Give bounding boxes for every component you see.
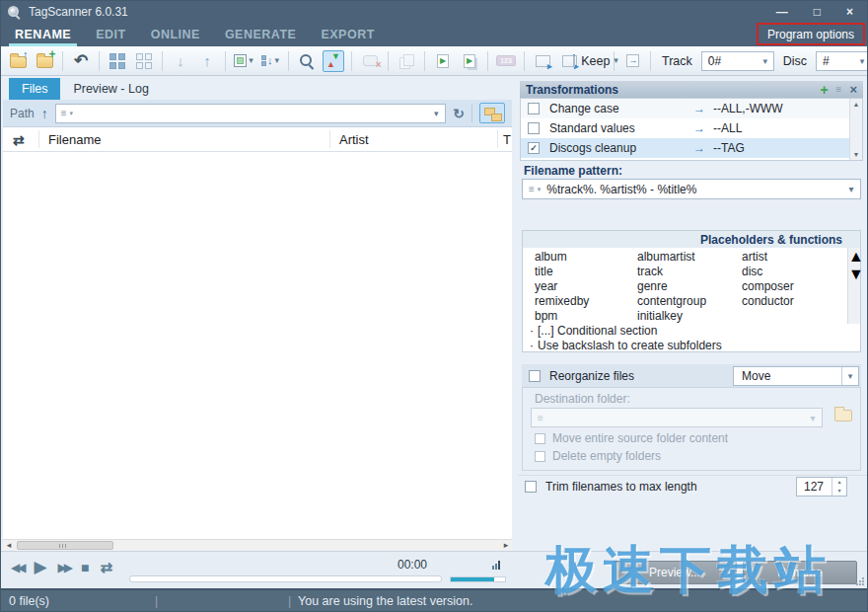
column-artist[interactable]: Artist (339, 132, 369, 147)
placeholder-item[interactable]: contentgroup (637, 294, 742, 309)
placeholder-item[interactable]: disc (742, 265, 860, 279)
column-divider[interactable] (329, 130, 330, 148)
transformation-row[interactable]: ✓ Discogs cleanup → --TAG (521, 138, 862, 158)
scroll-up-icon[interactable]: ▲ (848, 248, 864, 265)
menu-edit[interactable]: EDIT (96, 23, 125, 46)
menu-rename[interactable]: RENAME (15, 23, 71, 46)
filename-pattern-combobox[interactable]: ≡ ▾ %track%. %artist% - %title% ▾ (522, 179, 861, 199)
delete-empty-checkbox[interactable] (535, 451, 545, 462)
transform-toggle-button[interactable]: ▼▲ (323, 50, 344, 72)
horizontal-scrollbar[interactable]: ◂ ▸ (3, 539, 512, 551)
stop-button[interactable]: ■ (81, 561, 89, 574)
scrollbar-thumb[interactable] (17, 541, 113, 550)
rename-button[interactable]: Rename (743, 561, 857, 584)
tab-files[interactable]: Files (9, 78, 60, 100)
placeholder-item[interactable]: bpm (535, 309, 637, 324)
tab-preview-log[interactable]: Preview - Log (60, 78, 161, 100)
column-divider[interactable] (497, 130, 498, 148)
open-folder-button[interactable]: ↑ (7, 49, 29, 73)
column-title[interactable]: T (503, 132, 511, 147)
scroll-down-icon[interactable]: ▼ (850, 151, 862, 158)
import-cover-button[interactable]: ▸ (532, 49, 553, 73)
destination-combobox[interactable]: ≡ ▾ (531, 408, 823, 427)
preview-file-button[interactable]: ▶ (432, 49, 454, 73)
indent-button[interactable]: → (621, 49, 643, 73)
spin-up-icon[interactable]: ▴ (832, 478, 846, 487)
placeholder-item[interactable]: album (535, 250, 637, 265)
placeholder-item[interactable]: track (637, 265, 742, 279)
deselect-all-button[interactable] (133, 49, 155, 73)
next-button[interactable]: ▶▶ (58, 562, 70, 574)
placeholder-item[interactable]: initialkey (637, 309, 742, 324)
placeholder-item[interactable]: remixedby (535, 294, 637, 309)
placeholder-item[interactable]: genre (637, 279, 742, 294)
keep-dropdown[interactable]: Keep▾ (585, 49, 607, 73)
chevron-down-icon[interactable]: ▾ (841, 367, 858, 385)
transformation-row[interactable]: Standard values → --ALL (521, 118, 862, 138)
close-icon[interactable]: × (846, 2, 853, 22)
preview-files-button[interactable]: ▶ (459, 49, 480, 73)
renumber-button[interactable]: 123 (495, 49, 517, 73)
volume-slider[interactable] (450, 576, 506, 582)
disc-combobox[interactable]: #▾ (816, 51, 868, 71)
maximize-icon[interactable]: □ (814, 2, 821, 22)
undo-button[interactable]: ↶ (70, 49, 92, 73)
checkbox[interactable] (528, 103, 540, 115)
select-all-button[interactable] (107, 49, 128, 73)
menu-generate[interactable]: GENERATE (225, 23, 297, 46)
scroll-left-icon[interactable]: ◂ (3, 540, 15, 551)
copy-button[interactable] (396, 49, 417, 73)
folder-tree-toggle[interactable] (479, 103, 505, 123)
panel-menu-icon[interactable]: ≡ (836, 85, 842, 95)
menu-export[interactable]: EXPORT (321, 23, 374, 46)
add-transformation-icon[interactable]: + (820, 83, 828, 97)
placeholders-scrollbar[interactable]: ▲ ▼ (847, 248, 860, 324)
move-down-button[interactable]: ↓ (170, 49, 191, 73)
menu-online[interactable]: ONLINE (151, 23, 200, 46)
scroll-down-icon[interactable]: ▼ (848, 266, 864, 282)
file-list[interactable] (3, 152, 512, 539)
refresh-icon[interactable]: ↻ (453, 107, 465, 120)
move-up-button[interactable]: ↑ (196, 49, 218, 73)
selection-mode-button[interactable]: ▾ (233, 49, 254, 73)
remove-tag-button[interactable]: × (359, 49, 381, 73)
placeholder-item[interactable]: artist (742, 250, 860, 265)
add-folder-button[interactable]: + (34, 49, 55, 73)
scroll-up-icon[interactable]: ▲ (850, 101, 862, 108)
seek-bar[interactable] (129, 575, 442, 582)
trim-checkbox[interactable] (525, 481, 537, 493)
move-source-checkbox[interactable] (535, 433, 545, 444)
reorganize-checkbox[interactable] (529, 370, 541, 382)
path-combobox[interactable]: ≡ ▾ ▾ (55, 104, 447, 123)
placeholder-item[interactable]: albumartist (637, 250, 742, 265)
move-mode-combobox[interactable]: Move ▾ (733, 366, 859, 386)
checkbox[interactable]: ✓ (528, 142, 540, 154)
placeholder-item[interactable]: conductor (742, 294, 860, 309)
preview-button[interactable]: Preview... (613, 561, 737, 584)
play-button[interactable]: ▶ (34, 559, 46, 575)
path-input[interactable] (73, 106, 427, 121)
program-options-button[interactable]: Program options (757, 23, 865, 45)
transformations-scrollbar[interactable]: ▲ ▼ (849, 99, 862, 160)
panel-close-icon[interactable]: × (849, 83, 857, 96)
filename-pattern-value[interactable]: %track%. %artist% - %title% (546, 183, 842, 196)
placeholder-item[interactable]: year (535, 279, 637, 294)
spin-down-icon[interactable]: ▾ (832, 487, 846, 496)
scroll-right-icon[interactable]: ▸ (500, 540, 512, 551)
placeholder-item[interactable]: composer (742, 279, 860, 294)
resize-grip[interactable] (855, 576, 864, 585)
sort-button[interactable]: ↓▾ (259, 49, 281, 73)
transformation-row[interactable]: Change case → --ALL,-WWW (521, 99, 862, 118)
track-combobox[interactable]: 0#▾ (701, 51, 774, 71)
chevron-down-icon[interactable]: ▾ (842, 180, 860, 198)
chevron-down-icon[interactable]: ▾ (427, 105, 445, 122)
column-filename[interactable]: Filename (48, 132, 101, 147)
search-button[interactable] (296, 49, 318, 73)
previous-button[interactable]: ◀◀ (11, 562, 23, 574)
shuffle-icon[interactable]: ⇄ (13, 132, 25, 148)
browse-folder-icon[interactable] (834, 410, 852, 421)
loop-button[interactable]: ⇄ (100, 560, 112, 574)
checkbox[interactable] (528, 122, 540, 134)
path-up-icon[interactable]: ↑ (41, 107, 48, 120)
trim-length-spinner[interactable]: 127 ▴ ▾ (796, 477, 847, 497)
